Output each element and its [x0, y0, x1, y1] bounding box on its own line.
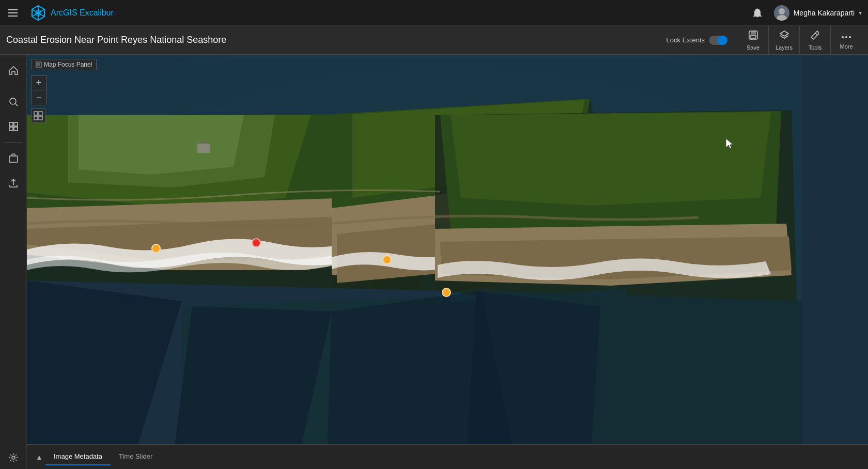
- user-avatar: [774, 5, 789, 21]
- svg-rect-25: [9, 156, 18, 162]
- top-navigation: ArcGIS Excalibur Megha Kakaraparti ▾: [0, 0, 868, 26]
- tools-button[interactable]: Tools: [800, 26, 831, 55]
- sidebar-home-button[interactable]: [2, 59, 25, 82]
- svg-rect-63: [34, 116, 38, 120]
- app-logo: [29, 4, 48, 22]
- svg-marker-35: [79, 115, 244, 175]
- svg-rect-58: [200, 141, 208, 144]
- sidebar-catalog-button[interactable]: [2, 115, 25, 138]
- svg-rect-57: [197, 144, 210, 153]
- svg-point-16: [842, 36, 844, 38]
- svg-rect-13: [751, 36, 756, 38]
- tools-icon: [810, 30, 820, 43]
- map-marker-3[interactable]: [382, 255, 392, 264]
- user-chevron-icon: ▾: [859, 9, 862, 17]
- sidebar-search-button[interactable]: [2, 90, 25, 113]
- lock-toggle-indicator: [717, 36, 727, 45]
- page-title: Coastal Erosion Near Point Reyes Nationa…: [6, 35, 667, 45]
- more-icon: [841, 31, 851, 42]
- svg-rect-61: [34, 112, 38, 115]
- svg-rect-62: [39, 112, 42, 115]
- main-layout: Map Focus Panel + −: [0, 55, 868, 469]
- map-container[interactable]: Map Focus Panel + −: [27, 55, 868, 469]
- zoom-in-button[interactable]: +: [32, 76, 46, 90]
- more-button[interactable]: More: [831, 26, 862, 55]
- svg-point-19: [10, 98, 16, 104]
- svg-marker-45: [451, 112, 771, 206]
- svg-marker-14: [780, 31, 788, 36]
- time-slider-tab[interactable]: Time Slider: [111, 448, 161, 465]
- sidebar-settings-button[interactable]: [2, 446, 25, 469]
- sidebar-divider: [4, 86, 23, 86]
- map-grid-button[interactable]: [31, 108, 45, 123]
- svg-point-17: [845, 36, 847, 38]
- layers-button[interactable]: Layers: [769, 26, 800, 55]
- save-button[interactable]: Save: [738, 26, 769, 55]
- svg-rect-60: [37, 63, 40, 66]
- svg-marker-56: [466, 291, 600, 469]
- save-label: Save: [747, 44, 760, 51]
- svg-rect-22: [14, 122, 18, 126]
- map-marker-2[interactable]: [252, 238, 261, 247]
- map-focus-label: Map Focus Panel: [31, 59, 97, 70]
- map-zoom-controls: + −: [31, 75, 47, 105]
- svg-rect-21: [9, 122, 13, 126]
- left-sidebar: [0, 55, 27, 469]
- svg-rect-0: [8, 9, 18, 10]
- hamburger-menu[interactable]: [0, 0, 26, 26]
- svg-point-9: [779, 8, 785, 14]
- svg-point-18: [849, 36, 851, 38]
- lock-extents-toggle[interactable]: [709, 36, 727, 45]
- map-scene: [27, 55, 868, 469]
- svg-rect-52: [802, 55, 868, 469]
- toolbar: Coastal Erosion Near Point Reyes Nationa…: [0, 26, 868, 55]
- svg-line-20: [15, 104, 18, 106]
- more-label: More: [840, 43, 853, 50]
- map-marker-1[interactable]: [151, 244, 161, 253]
- svg-line-15: [815, 33, 817, 35]
- zoom-out-button[interactable]: −: [32, 90, 46, 105]
- lock-extents-label: Lock Extents: [667, 36, 705, 44]
- svg-point-26: [12, 456, 15, 459]
- image-metadata-tab[interactable]: Image Metadata: [45, 448, 111, 465]
- app-title: ArcGIS Excalibur: [51, 8, 114, 18]
- svg-rect-24: [14, 127, 18, 131]
- layers-icon: [779, 30, 789, 43]
- svg-rect-2: [8, 15, 18, 17]
- layers-label: Layers: [776, 44, 793, 51]
- bottom-panel: ▲ Image Metadata Time Slider: [27, 444, 868, 469]
- notification-button[interactable]: [747, 0, 768, 26]
- sidebar-divider-2: [4, 142, 23, 143]
- svg-rect-12: [751, 31, 756, 35]
- svg-rect-1: [8, 12, 18, 13]
- map-marker-4[interactable]: [442, 288, 451, 297]
- sidebar-upload-button[interactable]: [2, 171, 25, 194]
- user-profile[interactable]: Megha Kakaraparti ▾: [768, 0, 868, 26]
- svg-rect-64: [39, 116, 42, 120]
- lock-extents-group: Lock Extents: [667, 36, 727, 45]
- user-name: Megha Kakaraparti: [794, 9, 855, 17]
- svg-rect-23: [9, 127, 13, 131]
- save-icon: [748, 30, 758, 43]
- sidebar-portfolio-button[interactable]: [2, 147, 25, 169]
- bottom-collapse-button[interactable]: ▲: [33, 451, 45, 463]
- tools-label: Tools: [809, 44, 822, 51]
